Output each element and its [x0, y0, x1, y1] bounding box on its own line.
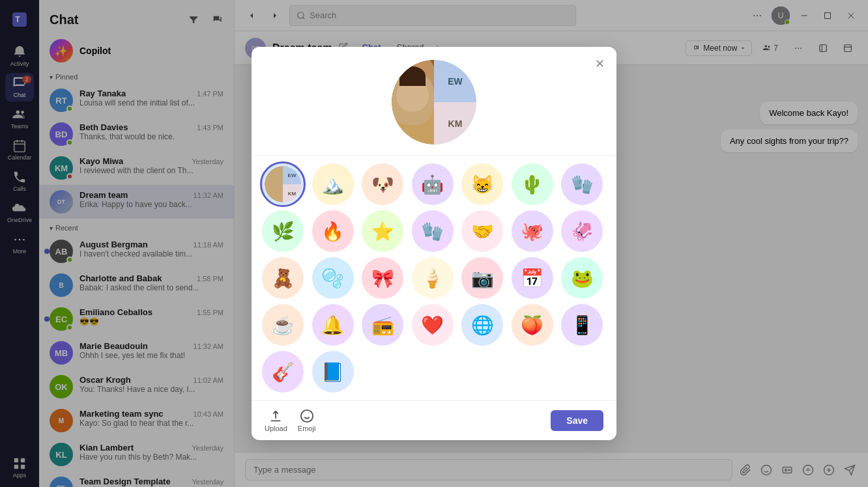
emoji-radio[interactable]: 📻: [362, 304, 403, 346]
emoji-cat[interactable]: 😸: [461, 163, 503, 205]
modal-footer: Upload Emoji Save: [252, 400, 616, 440]
emoji-robot[interactable]: 🤖: [412, 163, 454, 205]
emoji-peach[interactable]: 🍑: [512, 304, 553, 346]
emoji-leaf[interactable]: 🌿: [262, 210, 304, 252]
emoji-octopus[interactable]: 🐙: [512, 210, 553, 252]
main-area: Search U DT Dream team: [235, 0, 868, 487]
group-photo-modal: ✕ EW: [252, 47, 616, 440]
emoji-dog[interactable]: 🐶: [362, 163, 403, 205]
emoji-globe[interactable]: 🌐: [461, 304, 503, 346]
emoji-ribbon[interactable]: 🎀: [362, 257, 403, 299]
emoji-action[interactable]: Emoji: [298, 409, 316, 432]
svg-point-45: [300, 410, 312, 422]
emoji-handshake[interactable]: 🤝: [461, 210, 503, 252]
emoji-coffee[interactable]: ☕: [262, 304, 304, 346]
emoji-calendar[interactable]: 📅: [512, 257, 553, 299]
emoji-squid[interactable]: 🦑: [561, 210, 603, 252]
emoji-frog[interactable]: 🐸: [561, 257, 603, 299]
upload-label: Upload: [265, 424, 287, 432]
emoji-mountain[interactable]: 🏔️: [312, 163, 354, 205]
emoji-glove[interactable]: 🧤: [561, 163, 603, 205]
emoji-camera[interactable]: 📷: [461, 257, 503, 299]
emoji-cactus[interactable]: 🌵: [512, 163, 553, 205]
emoji-heart[interactable]: ❤️: [412, 304, 454, 346]
upload-action[interactable]: Upload: [265, 409, 287, 432]
emoji-glove2[interactable]: 🧤: [412, 210, 454, 252]
emoji-bubbles[interactable]: 🫧: [312, 257, 354, 299]
group-photo-preview: EW KM: [392, 60, 476, 145]
modal-overlay[interactable]: ✕ EW: [0, 0, 868, 487]
emoji-guitar[interactable]: 🎸: [262, 351, 304, 393]
emoji-fire[interactable]: 🔥: [312, 210, 354, 252]
emoji-grid: EW KM 🏔️ 🐶 🤖 😸 🌵 🧤 🌿 🔥 ⭐ 🧤 🤝 🐙 🦑 🧸: [252, 156, 616, 400]
save-button[interactable]: Save: [551, 410, 603, 431]
emoji-bear[interactable]: 🧸: [262, 257, 304, 299]
emoji-phone[interactable]: 📱: [561, 304, 603, 346]
modal-close-button[interactable]: ✕: [590, 55, 609, 73]
emoji-star[interactable]: ⭐: [362, 210, 403, 252]
emoji-icecream[interactable]: 🍦: [412, 257, 454, 299]
modal-header: ✕ EW: [252, 47, 616, 156]
emoji-bell[interactable]: 🔔: [312, 304, 354, 346]
emoji-label: Emoji: [298, 424, 316, 432]
emoji-group-avatar[interactable]: EW KM: [262, 163, 304, 205]
emoji-book[interactable]: 📘: [312, 351, 354, 393]
